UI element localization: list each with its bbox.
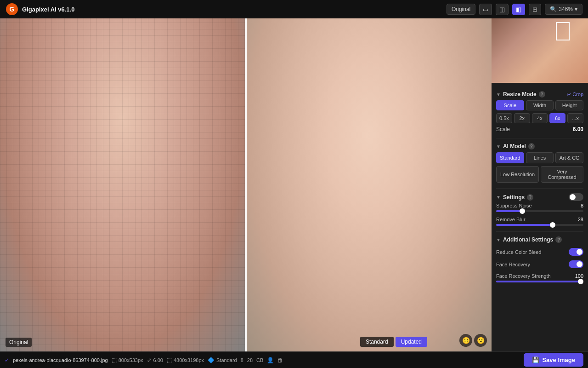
additional-settings-header[interactable]: ▼ Additional Settings ?	[496, 233, 583, 246]
person-icon-item: 👤	[267, 357, 274, 363]
art-cg-model-button[interactable]: Art & CG	[555, 152, 583, 163]
original-image	[0, 18, 245, 351]
2x-button[interactable]: 2x	[514, 113, 530, 123]
image-area: Original Standard Updated 🙂 🙁	[0, 18, 492, 351]
width-button[interactable]: Width	[526, 100, 554, 110]
resize-mode-section-header[interactable]: ▼ Resize Mode ? ✂ Crop	[496, 87, 583, 100]
emoji-buttons: 🙂 🙁	[459, 334, 487, 347]
face-recovery-strength-track[interactable]	[496, 281, 583, 282]
save-icon: 💾	[532, 356, 539, 363]
suppress-noise-track[interactable]	[496, 210, 583, 212]
noise-item: 8	[241, 357, 243, 363]
remove-blur-track[interactable]	[496, 224, 583, 226]
logo-area: G Gigapixel AI v6.1.0	[6, 3, 74, 16]
svg-text:G: G	[10, 6, 15, 13]
suppress-noise-section: Suppress Noise 8	[496, 203, 583, 213]
split-view-button[interactable]: ◧	[512, 4, 525, 15]
cb-item: CB	[256, 357, 263, 363]
zoom-button[interactable]: 🔍 346% ▾	[545, 4, 582, 15]
compare-labels: Standard Updated	[360, 337, 427, 347]
remove-blur-label-row: Remove Blur 28	[496, 217, 583, 222]
settings-section-header[interactable]: ▼ Settings ?	[496, 190, 583, 203]
scale-icon: ⤢	[147, 357, 152, 363]
enhanced-image	[247, 18, 492, 351]
divider-2	[496, 188, 583, 189]
divider-1	[496, 138, 583, 138]
top-bar: G Gigapixel AI v6.1.0 Original ▭ ◫ ◧ ⊞ 🔍…	[0, 0, 588, 18]
thumbnail-viewport	[556, 22, 570, 40]
scale-row: Scale 6.00	[496, 126, 583, 132]
ai-model-section-header[interactable]: ▼ AI Model ?	[496, 139, 583, 152]
remove-blur-thumb[interactable]	[550, 222, 555, 228]
check-icon: ✓	[5, 357, 9, 363]
suppress-noise-thumb[interactable]	[520, 208, 525, 214]
view-controls: Original ▭ ◫ ◧ ⊞ 🔍 346% ▾	[447, 4, 582, 15]
face-recovery-strength-thumb[interactable]	[578, 279, 583, 284]
low-resolution-button[interactable]: Low Resolution	[496, 166, 539, 183]
additional-settings-title: ▼ Additional Settings ?	[496, 236, 562, 243]
sad-emoji-button[interactable]: 🙁	[474, 334, 487, 347]
additional-help-icon[interactable]: ?	[555, 236, 562, 243]
blur-item: 28	[247, 357, 253, 363]
remove-blur-fill	[496, 224, 553, 226]
happy-emoji-button[interactable]: 🙂	[459, 334, 472, 347]
pixel-overlay	[0, 18, 245, 351]
original-label: Original	[6, 338, 32, 347]
updated-label: Updated	[396, 337, 427, 347]
bottom-bar: ✓ pexels-andrea-piacquadio-863974-800.jp…	[0, 351, 588, 368]
6x-button[interactable]: 6x	[549, 113, 565, 123]
delete-icon[interactable]: 🗑	[277, 357, 283, 363]
very-compressed-button[interactable]: Very Compressed	[541, 166, 583, 183]
enhanced-panel: Standard Updated 🙂 🙁	[247, 18, 492, 351]
standard-model-button[interactable]: Standard	[496, 152, 524, 163]
resize-chevron: ▼	[496, 92, 501, 97]
model-icon: 🔷	[208, 357, 215, 363]
lines-model-button[interactable]: Lines	[526, 152, 554, 163]
additional-chevron: ▼	[496, 237, 501, 242]
4x-button[interactable]: 4x	[532, 113, 548, 123]
original-size-item: ⬚ 800x533px	[112, 357, 143, 363]
resize-mode-actions: ✂ Crop	[567, 92, 583, 98]
face-recovery-toggle[interactable]	[569, 260, 583, 268]
custom-x-button[interactable]: ...x	[567, 113, 583, 123]
face-recovery-label: Face Recovery	[496, 262, 530, 267]
remove-blur-section: Remove Blur 28	[496, 217, 583, 227]
suppress-noise-label-row: Suppress Noise 8	[496, 203, 583, 208]
delete-icon-item[interactable]: 🗑	[277, 357, 283, 363]
crop-link[interactable]: ✂ Crop	[567, 92, 583, 98]
thumbnail-area	[492, 18, 588, 83]
scale-mode-buttons: Scale Width Height	[496, 100, 583, 110]
thumbnail-image	[492, 18, 588, 83]
scale-button[interactable]: Scale	[496, 100, 524, 110]
resize-help-icon[interactable]: ?	[539, 91, 545, 98]
face-recovery-strength-label-row: Face Recovery Strength 100	[496, 273, 583, 279]
single-view-button[interactable]: ▭	[479, 4, 492, 15]
grid-view-button[interactable]: ⊞	[529, 4, 541, 15]
save-image-button[interactable]: 💾 Save Image	[524, 353, 583, 367]
app-title: Gigapixel AI v6.1.0	[22, 6, 74, 13]
settings-help-icon[interactable]: ?	[527, 194, 533, 201]
reduce-color-bleed-toggle[interactable]	[569, 248, 583, 256]
ai-model-help-icon[interactable]: ?	[528, 143, 535, 150]
reduce-color-bleed-label: Reduce Color Bleed	[496, 249, 541, 255]
face-recovery-strength-label: Face Recovery Strength	[496, 273, 551, 279]
original-view-button[interactable]: Original	[447, 4, 475, 15]
face-recovery-strength-section: Face Recovery Strength 100	[496, 273, 583, 283]
split-container: Original Standard Updated 🙂 🙁	[0, 18, 492, 351]
suppress-noise-value: 8	[581, 203, 583, 208]
split-view-h-button[interactable]: ◫	[496, 4, 509, 15]
height-button[interactable]: Height	[555, 100, 583, 110]
suppress-noise-label: Suppress Noise	[496, 203, 532, 208]
ai-model-title: ▼ AI Model ?	[496, 143, 535, 150]
settings-chevron: ▼	[496, 195, 501, 200]
settings-toggle[interactable]	[569, 193, 583, 201]
scale-value: 6.00	[573, 126, 583, 132]
output-size-item: ⬚ 4800x3198px	[167, 357, 204, 363]
main-content: Original Standard Updated 🙂 🙁	[0, 18, 588, 351]
scale-label: Scale	[496, 126, 510, 132]
gigapixel-logo: G	[6, 3, 18, 16]
settings-title: ▼ Settings ?	[496, 194, 533, 201]
0.5x-button[interactable]: 0.5x	[496, 113, 512, 123]
remove-blur-label: Remove Blur	[496, 217, 526, 222]
ai-model-chevron: ▼	[496, 144, 501, 149]
